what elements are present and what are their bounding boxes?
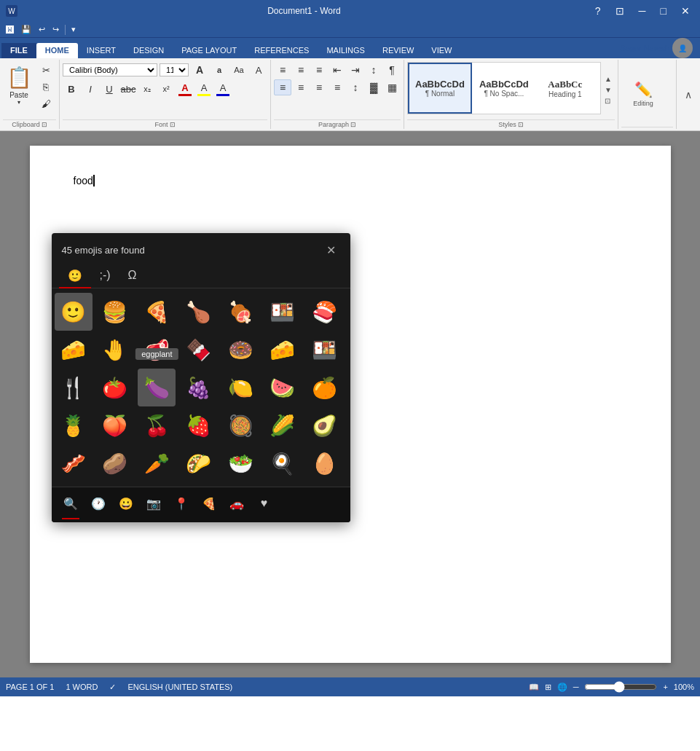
emoji-cell-21[interactable]: 🍍 — [55, 406, 93, 444]
close-button[interactable]: ✕ — [677, 4, 694, 18]
underline-button[interactable]: U — [101, 81, 118, 97]
emoji-tab-kaomoji[interactable]: ;-) — [91, 264, 119, 288]
bold-button[interactable]: B — [63, 81, 80, 97]
font-name-dropdown[interactable]: Calibri (Body) — [63, 63, 157, 76]
tab-design[interactable]: DESIGN — [125, 43, 173, 58]
emoji-cell-7[interactable]: 🧀 — [55, 331, 93, 369]
shading-para-button[interactable]: ▓ — [365, 79, 382, 95]
tab-home[interactable]: HOME — [36, 43, 78, 58]
emoji-cell-1[interactable]: 🍔 — [96, 293, 134, 331]
sort-button[interactable]: ↕ — [365, 62, 382, 78]
emoji-cell-2[interactable]: 🍕 — [138, 293, 176, 331]
view-layout-button[interactable]: ⊞ — [545, 683, 551, 692]
font-shrink-button[interactable]: a — [211, 62, 228, 78]
emoji-bottom-tab-smiley[interactable]: 😀 — [113, 490, 139, 516]
help-button[interactable]: ? — [591, 4, 605, 18]
view-read-button[interactable]: 📖 — [529, 683, 539, 692]
tab-mailings[interactable]: MAILINGS — [318, 43, 374, 58]
emoji-cell-eggplant[interactable]: 🍆 eggplant — [138, 369, 176, 406]
tab-file[interactable]: FILE — [1, 43, 36, 58]
emoji-cell-14[interactable]: 🍴 — [55, 369, 93, 406]
emoji-cell-11[interactable]: 🍩 — [221, 331, 259, 369]
emoji-cell-6[interactable]: 🍣 — [305, 293, 343, 331]
undo-qat-button[interactable]: ↩ — [36, 24, 48, 35]
emoji-bottom-tab-search[interactable]: 🔍 — [58, 490, 84, 519]
emoji-cell-20[interactable]: 🍊 — [305, 369, 343, 406]
pizza-bottom-tab[interactable]: 🍕 — [196, 490, 222, 516]
clear-formatting-button[interactable]: A — [250, 62, 267, 78]
emoji-cell-13[interactable]: 🍱 — [305, 331, 343, 369]
align-right-button[interactable]: ≡ — [310, 79, 328, 95]
tab-page-layout[interactable]: PAGE LAYOUT — [173, 43, 245, 58]
align-left-button[interactable]: ≡ — [274, 79, 291, 95]
emoji-cell-0[interactable]: 🙂 — [55, 293, 93, 331]
redo-qat-button[interactable]: ↪ — [50, 24, 62, 35]
emoji-cell-33[interactable]: 🍳 — [264, 444, 302, 482]
emoji-cell-26[interactable]: 🌽 — [264, 406, 302, 444]
clock-bottom-tab[interactable]: 🕐 — [85, 490, 111, 516]
tab-insert[interactable]: INSERT — [78, 43, 125, 58]
emoji-cell-34[interactable]: 🥚 — [305, 444, 343, 482]
highlight-color-button[interactable]: A — [195, 81, 213, 97]
paragraph-expand[interactable]: ⊡ — [350, 121, 356, 128]
pin-bottom-tab[interactable]: 📍 — [168, 490, 194, 516]
font-expand[interactable]: ⊡ — [170, 121, 176, 128]
maximize-button[interactable]: □ — [656, 4, 671, 18]
view-web-button[interactable]: 🌐 — [557, 683, 567, 692]
change-case-button[interactable]: Aa — [230, 62, 248, 78]
styles-expand[interactable]: ⊡ — [602, 95, 615, 106]
emoji-cell-25[interactable]: 🥘 — [221, 406, 259, 444]
cut-button[interactable]: ✂ — [36, 62, 56, 78]
car-bottom-tab[interactable]: 🚗 — [224, 490, 250, 516]
emoji-cell-23[interactable]: 🍒 — [138, 406, 176, 444]
shading-button[interactable]: A — [214, 81, 232, 97]
copy-button[interactable]: ⎘ — [36, 79, 56, 95]
emoji-cell-31[interactable]: 🌮 — [180, 444, 218, 482]
emoji-cell-19[interactable]: 🍉 — [264, 369, 302, 406]
tab-review[interactable]: REVIEW — [374, 43, 422, 58]
emoji-cell-8[interactable]: 🤚 — [96, 331, 134, 369]
italic-button[interactable]: I — [82, 81, 99, 97]
camera-bottom-tab[interactable]: 📷 — [141, 490, 167, 516]
emoji-cell-5[interactable]: 🍱 — [264, 293, 302, 331]
emoji-cell-3[interactable]: 🍗 — [180, 293, 218, 331]
bullet-list-button[interactable]: ≡ — [274, 62, 291, 78]
emoji-cell-10[interactable]: 🍫 — [180, 331, 218, 369]
search-bottom-tab[interactable]: 🔍 — [58, 490, 84, 516]
emoji-cell-22[interactable]: 🍑 — [96, 406, 134, 444]
emoji-cell-27[interactable]: 🥑 — [305, 406, 343, 444]
minimize-button[interactable]: ─ — [634, 4, 650, 18]
align-center-button[interactable]: ≡ — [292, 79, 310, 95]
editing-button[interactable]: ✏️ Editing — [621, 71, 665, 117]
font-color-button[interactable]: A — [176, 81, 194, 97]
emoji-cell-24[interactable]: 🍓 — [180, 406, 218, 444]
show-marks-button[interactable]: ¶ — [383, 62, 401, 78]
emoji-cell-30[interactable]: 🥕 — [138, 444, 176, 482]
user-info[interactable]: Sagar Naresh 👤 — [614, 38, 699, 58]
decrease-indent-button[interactable]: ⇤ — [329, 62, 346, 78]
style-nospace[interactable]: AaBbCcDd ¶ No Spac... — [472, 63, 536, 114]
emoji-cell-9[interactable]: 🥩 — [138, 331, 176, 369]
increase-indent-button[interactable]: ⇥ — [347, 62, 364, 78]
emoji-cell-17[interactable]: 🍇 — [180, 369, 218, 406]
document-text[interactable]: food — [74, 175, 627, 186]
style-normal[interactable]: AaBbCcDd ¶ Normal — [408, 63, 472, 114]
emoji-cell-18[interactable]: 🍋 — [221, 369, 259, 406]
collapse-ribbon-button[interactable]: ∧ — [680, 87, 697, 103]
emoji-tab-symbols[interactable]: Ω — [119, 264, 146, 288]
numbered-list-button[interactable]: ≡ — [292, 62, 310, 78]
emoji-cell-28[interactable]: 🥓 — [55, 444, 93, 482]
zoom-slider[interactable] — [584, 681, 657, 693]
emoji-cell-15[interactable]: 🍅 — [96, 369, 134, 406]
styles-expand-btn[interactable]: ⊡ — [518, 121, 524, 128]
subscript-button[interactable]: x₂ — [138, 81, 156, 97]
styles-scroll-down[interactable]: ▼ — [602, 84, 615, 95]
styles-scroll-up[interactable]: ▲ — [602, 74, 615, 84]
format-painter-button[interactable]: 🖌 — [36, 95, 56, 111]
save-qat-button[interactable]: 💾 — [18, 24, 34, 35]
paste-button[interactable]: 📋 Paste ▾ — [3, 62, 35, 109]
borders-button[interactable]: ▦ — [383, 79, 401, 95]
customize-qat-button[interactable]: ▾ — [68, 24, 79, 35]
strikethrough-button[interactable]: abc — [119, 81, 137, 97]
font-size-dropdown[interactable]: 11 — [160, 63, 189, 76]
